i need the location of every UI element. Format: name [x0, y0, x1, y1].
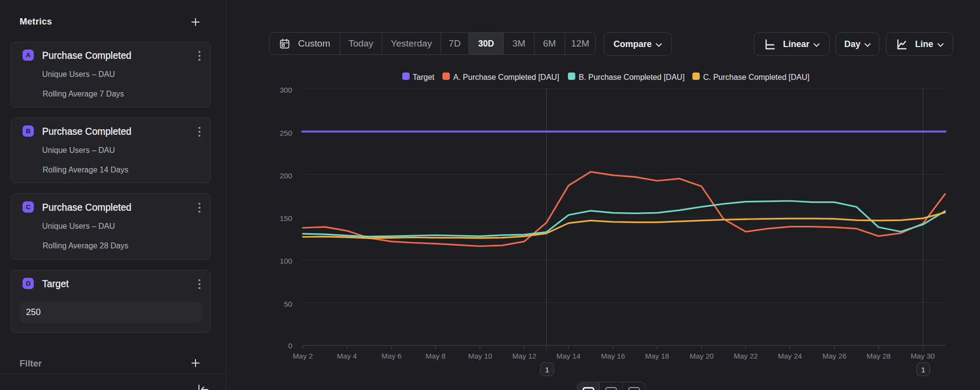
svg-text:May 14: May 14 [556, 352, 580, 360]
svg-text:May 8: May 8 [426, 352, 446, 360]
svg-text:May 18: May 18 [645, 352, 669, 360]
svg-text:1: 1 [545, 366, 549, 374]
svg-text:300: 300 [280, 86, 293, 94]
svg-text:May 2: May 2 [293, 352, 313, 360]
svg-text:1: 1 [921, 366, 926, 374]
svg-text:150: 150 [280, 214, 293, 222]
svg-text:May 16: May 16 [601, 352, 625, 360]
svg-text:May 20: May 20 [689, 352, 713, 360]
svg-text:May 10: May 10 [468, 352, 492, 360]
svg-text:May 30: May 30 [910, 352, 934, 360]
svg-text:C. Purchase Completed [DAU]: C. Purchase Completed [DAU] [703, 73, 809, 81]
svg-text:100: 100 [280, 257, 293, 265]
svg-text:0: 0 [288, 341, 293, 350]
svg-text:200: 200 [280, 171, 293, 180]
svg-text:250: 250 [280, 129, 293, 137]
svg-text:B. Purchase Completed [DAU]: B. Purchase Completed [DAU] [579, 73, 685, 81]
svg-text:50: 50 [284, 300, 293, 308]
svg-text:A. Purchase Completed [DAU]: A. Purchase Completed [DAU] [453, 73, 559, 81]
svg-text:May 12: May 12 [512, 352, 536, 360]
svg-text:May 6: May 6 [382, 352, 402, 360]
svg-text:May 24: May 24 [778, 352, 802, 360]
svg-text:May 4: May 4 [337, 352, 357, 360]
svg-text:May 22: May 22 [734, 352, 758, 360]
svg-text:May 28: May 28 [866, 352, 890, 360]
svg-text:Target: Target [413, 73, 435, 81]
svg-text:May 26: May 26 [822, 352, 846, 360]
